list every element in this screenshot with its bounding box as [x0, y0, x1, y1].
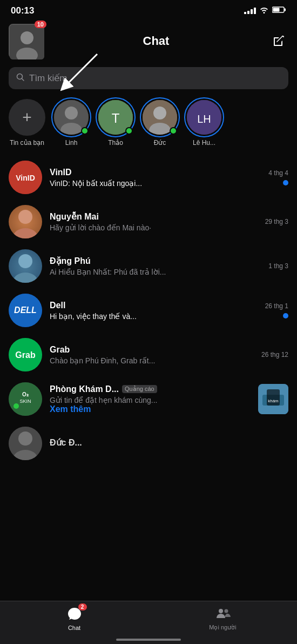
- svg-point-40: [18, 431, 32, 446]
- story-label-thao: Thảo: [108, 139, 123, 147]
- chat-preview-phonghkhamd: Gửi tin để đặt hẹn khám cùng...: [50, 396, 251, 404]
- svg-text:khám: khám: [268, 399, 279, 403]
- tab-moinguoi[interactable]: Mọi người: [196, 606, 250, 631]
- chat-name-nguyenmai: Nguyễn Mai: [50, 211, 258, 222]
- svg-point-15: [153, 107, 166, 119]
- tab-chat[interactable]: 2 Chat: [48, 606, 102, 631]
- chat-name-grab: Grab: [50, 345, 254, 355]
- chat-info-grab: Grab Chào bạn Phú Đinh, Grab rất...: [50, 345, 254, 365]
- tab-bar: 2 Chat Mọi người: [0, 601, 297, 644]
- svg-line-8: [22, 78, 24, 81]
- story-item-add[interactable]: + Tin của bạn: [9, 99, 45, 147]
- chat-avatar-dell: DELL: [9, 294, 42, 327]
- chat-name-dangphu: Đặng Phú: [50, 256, 261, 266]
- svg-text:SKIN: SKIN: [19, 399, 31, 404]
- svg-point-22: [18, 210, 32, 224]
- compose-button[interactable]: [269, 31, 288, 51]
- chat-tab-label: Chat: [68, 625, 80, 631]
- chat-tab-icon-wrap: 2: [66, 606, 83, 622]
- chat-info-dangphu: Đặng Phú Ai Hiểu Bạn Nhất: Phú đã trả lờ…: [50, 256, 261, 276]
- chat-item-nguyenmai[interactable]: Nguyễn Mai Hãy gửi lời chào đến Mai nào·…: [0, 200, 297, 244]
- wifi-icon: [259, 6, 269, 16]
- svg-point-42: [219, 609, 223, 613]
- chat-info-partial: Đức Đ...: [50, 437, 288, 449]
- header: 10 Chat: [0, 19, 297, 65]
- svg-point-11: [60, 123, 82, 135]
- online-indicator: [81, 127, 89, 135]
- chat-item-dell[interactable]: DELL Dell Hi bạn, việc thay thế và... 26…: [0, 288, 297, 333]
- svg-point-25: [18, 254, 32, 268]
- svg-text:T: T: [112, 111, 120, 125]
- signal-icon: [244, 8, 256, 14]
- svg-point-10: [65, 107, 78, 119]
- chat-avatar-nguyenmai: [9, 205, 42, 238]
- chat-meta-dell: 26 thg 1: [265, 302, 288, 318]
- status-icons: [244, 6, 286, 16]
- chat-tab-badge: 2: [78, 603, 87, 610]
- chat-time-vinid: 4 thg 4: [268, 169, 288, 177]
- chat-meta-nguyenmai: 29 thg 3: [265, 218, 288, 225]
- story-avatar-lehu: LH: [186, 99, 222, 136]
- chat-avatar-partial: [9, 427, 42, 460]
- svg-point-34: [14, 403, 19, 409]
- svg-point-43: [224, 609, 228, 613]
- story-item-lehu[interactable]: LH Lê Hu...: [186, 99, 222, 147]
- story-item-thao[interactable]: T Thảo: [97, 99, 134, 147]
- chat-item-dangphu[interactable]: Đặng Phú Ai Hiểu Bạn Nhất: Phú đã trả lờ…: [0, 244, 297, 288]
- chat-info-dell: Dell Hi bạn, việc thay thế và...: [50, 301, 258, 321]
- unread-indicator-vinid: [283, 180, 288, 185]
- chat-meta-dangphu: 1 thg 3: [268, 262, 288, 270]
- moinguoi-tab-label: Mọi người: [209, 624, 236, 631]
- chat-meta-vinid: 4 thg 4: [268, 169, 288, 185]
- chat-preview-vinid: VinID: Nội bất xuất ngoại...: [50, 179, 261, 188]
- chat-item-phonghkhamd[interactable]: O₂ SKIN Phòng Khám D... Quảng cáo Gửi ti…: [0, 377, 297, 421]
- ad-tag: Quảng cáo: [122, 385, 157, 393]
- story-label-add: Tin của bạn: [10, 139, 44, 147]
- svg-rect-2: [273, 8, 280, 12]
- search-input[interactable]: Tìm kiếm: [29, 72, 67, 84]
- story-label-lehu: Lê Hu...: [193, 139, 215, 147]
- moinguoi-tab-icon-wrap: [215, 606, 231, 622]
- chat-time-nguyenmai: 29 thg 3: [265, 218, 288, 225]
- story-label-duc: Đức: [154, 139, 166, 147]
- story-item-duc[interactable]: Đức: [141, 99, 178, 147]
- online-indicator: [125, 127, 133, 135]
- story-avatar-linh: [53, 99, 90, 136]
- chat-time-dell: 26 thg 1: [265, 302, 288, 310]
- chat-item-partial[interactable]: Đức Đ...: [0, 421, 297, 466]
- story-avatar-duc: [141, 99, 178, 136]
- svg-text:O₂: O₂: [22, 391, 29, 397]
- avatar-badge: 10: [35, 21, 46, 28]
- story-item-linh[interactable]: Linh: [53, 99, 90, 147]
- chat-meta-grab: 26 thg 12: [261, 351, 288, 358]
- svg-text:VinID: VinID: [16, 174, 35, 182]
- chat-info-phonghkhamd: Phòng Khám D... Quảng cáo Gửi tin để đặt…: [50, 384, 251, 414]
- chat-avatar-dangphu: [9, 249, 42, 283]
- story-avatar-thao: T: [97, 99, 134, 136]
- search-icon: [16, 73, 25, 84]
- add-story-button[interactable]: +: [9, 99, 45, 136]
- home-indicator: [116, 639, 181, 641]
- user-avatar-button[interactable]: 10: [9, 24, 43, 58]
- chat-preview-nguyenmai: Hãy gửi lời chào đến Mai nào·: [50, 223, 258, 232]
- chat-name-dell: Dell: [50, 301, 258, 310]
- status-bar: 00:13: [0, 0, 297, 19]
- chat-avatar-phonghkhamd: O₂ SKIN: [9, 382, 42, 416]
- chat-item-vinid[interactable]: VinID VinID VinID: Nội bất xuất ngoại...…: [0, 155, 297, 200]
- chat-list: VinID VinID VinID: Nội bất xuất ngoại...…: [0, 155, 297, 509]
- chat-info-nguyenmai: Nguyễn Mai Hãy gửi lời chào đến Mai nào·: [50, 211, 258, 232]
- svg-text:Grab: Grab: [15, 350, 36, 360]
- stories-row: + Tin của bạn Linh T: [0, 97, 297, 155]
- status-time: 00:13: [11, 5, 34, 16]
- chat-name-phonghkhamd: Phòng Khám D...: [50, 384, 119, 394]
- svg-rect-1: [285, 9, 286, 11]
- chat-name-vinid: VinID: [50, 168, 261, 177]
- ad-image: khám: [258, 384, 288, 414]
- svg-point-4: [21, 31, 33, 44]
- svg-point-16: [149, 123, 171, 135]
- svg-text:DELL: DELL: [14, 306, 37, 315]
- xem-them-link[interactable]: Xem thêm: [50, 404, 251, 414]
- chat-item-grab[interactable]: Grab Grab Chào bạn Phú Đinh, Grab rất...…: [0, 333, 297, 377]
- chat-time-grab: 26 thg 12: [261, 351, 288, 358]
- search-bar[interactable]: Tìm kiếm: [9, 67, 288, 89]
